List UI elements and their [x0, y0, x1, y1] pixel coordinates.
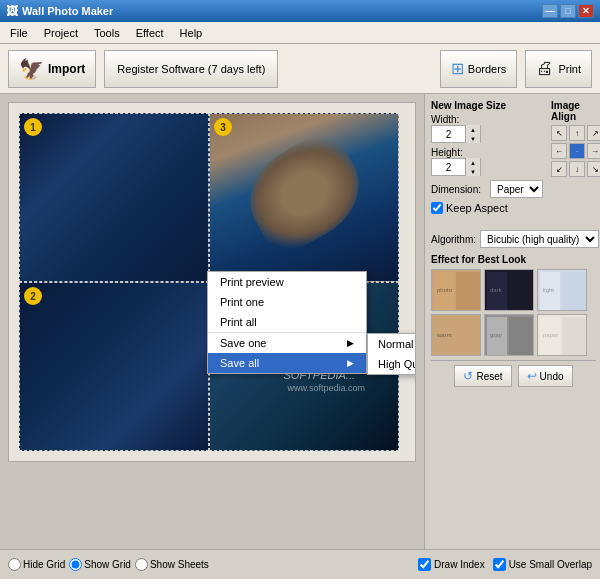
width-down-button[interactable]: ▼	[466, 134, 480, 143]
submenu-normal-quality-label: Normal Quality	[378, 338, 416, 350]
menu-project[interactable]: Project	[38, 25, 84, 41]
borders-button[interactable]: ⊞ Borders	[440, 50, 518, 88]
effect-thumb-2[interactable]: dark	[484, 269, 534, 311]
menu-file[interactable]: File	[4, 25, 34, 41]
import-label: Import	[48, 62, 85, 76]
algorithm-row: Algorithm: Bicubic (high quality) Biline…	[431, 230, 596, 248]
import-icon: 🦅	[19, 57, 44, 81]
effect-thumb-3[interactable]: light	[537, 269, 587, 311]
submenu-high-quality[interactable]: High Quality	[368, 354, 416, 374]
ctx-save-one[interactable]: Save one ▶	[208, 332, 366, 353]
dimension-select[interactable]: Paper cm inch	[490, 180, 543, 198]
height-down-button[interactable]: ▼	[466, 167, 480, 176]
undo-button[interactable]: ↩ Undo	[518, 365, 573, 387]
algorithm-label: Algorithm:	[431, 234, 476, 245]
svg-text:dark: dark	[490, 287, 503, 293]
reset-button[interactable]: ↺ Reset	[454, 365, 511, 387]
menu-effect[interactable]: Effect	[130, 25, 170, 41]
keep-aspect-label: Keep Aspect	[446, 202, 508, 214]
effect-thumb-6[interactable]: paper	[537, 314, 587, 356]
bottom-bar: Hide Grid Show Grid Show Sheets Draw Ind…	[0, 549, 600, 579]
photo-cell-1[interactable]: 1	[19, 113, 209, 282]
align-tr[interactable]: ↗	[587, 125, 600, 141]
menu-tools[interactable]: Tools	[88, 25, 126, 41]
svg-text:paper: paper	[543, 332, 558, 338]
effect-thumb-5[interactable]: gray	[484, 314, 534, 356]
height-up-button[interactable]: ▲	[466, 158, 480, 167]
borders-label: Borders	[468, 63, 507, 75]
print-button[interactable]: 🖨 Print	[525, 50, 592, 88]
reset-label: Reset	[476, 371, 502, 382]
canvas-background[interactable]: 1 3 2 4 SOFTPEDIA... www.softpedia.com	[8, 102, 416, 462]
reset-icon: ↺	[463, 369, 473, 383]
panel-divider	[431, 360, 596, 361]
import-button[interactable]: 🦅 Import	[8, 50, 96, 88]
menu-help[interactable]: Help	[174, 25, 209, 41]
align-br[interactable]: ↘	[587, 161, 600, 177]
maximize-button[interactable]: □	[560, 4, 576, 18]
effect-thumb-4[interactable]: warm	[431, 314, 481, 356]
svg-rect-17	[509, 317, 533, 355]
effect-thumb-1[interactable]: photo	[431, 269, 481, 311]
width-spin-buttons: ▲ ▼	[465, 125, 480, 143]
radio-hide-grid[interactable]: Hide Grid	[8, 558, 65, 571]
align-tc[interactable]: ↑	[569, 125, 585, 141]
minimize-button[interactable]: —	[542, 4, 558, 18]
width-up-button[interactable]: ▲	[466, 125, 480, 134]
align-mr[interactable]: →	[587, 143, 600, 159]
radio-show-sheets[interactable]: Show Sheets	[135, 558, 209, 571]
ctx-print-one[interactable]: Print one	[208, 292, 366, 312]
svg-rect-6	[509, 272, 533, 310]
photo-num-2: 2	[24, 287, 42, 305]
undo-label: Undo	[540, 371, 564, 382]
svg-rect-2	[456, 272, 480, 310]
menu-bar: File Project Tools Effect Help	[0, 22, 600, 44]
submenu-high-quality-label: High Quality	[378, 358, 416, 370]
ctx-print-one-label: Print one	[220, 296, 264, 308]
height-spin-buttons: ▲ ▼	[465, 158, 480, 176]
ctx-save-all-arrow: ▶	[347, 358, 354, 368]
svg-text:photo: photo	[437, 287, 453, 293]
draw-index-check[interactable]: Draw Index	[418, 558, 485, 571]
keep-aspect-checkbox[interactable]	[431, 202, 443, 214]
effects-label: Effect for Best Look	[431, 254, 596, 265]
ctx-save-all[interactable]: Save all ▶	[208, 353, 366, 373]
window-controls: — □ ✕	[542, 4, 594, 18]
grid-radio-group: Hide Grid Show Grid Show Sheets	[8, 558, 209, 571]
watermark2: www.softpedia.com	[287, 383, 365, 393]
register-button[interactable]: Register Software (7 days left)	[104, 50, 278, 88]
align-bl[interactable]: ↙	[551, 161, 567, 177]
height-spinner[interactable]: 2 ▲ ▼	[431, 158, 481, 176]
svg-rect-10	[562, 272, 586, 310]
print-label: Print	[558, 63, 581, 75]
window-title: Wall Photo Maker	[22, 5, 113, 17]
title-bar: 🖼 Wall Photo Maker — □ ✕	[0, 0, 600, 22]
bottom-checkboxes: Draw Index Use Small Overlap	[418, 558, 592, 571]
align-grid: ↖ ↑ ↗ ← · → ↙ ↓ ↘	[551, 125, 600, 177]
align-tl[interactable]: ↖	[551, 125, 567, 141]
photo-cell-3[interactable]: 3	[209, 113, 399, 282]
context-menu: Print preview Print one Print all Save o…	[207, 271, 367, 374]
align-mc[interactable]: ·	[569, 143, 585, 159]
width-spinner[interactable]: 2 ▲ ▼	[431, 125, 481, 143]
undo-icon: ↩	[527, 369, 537, 383]
photo-cell-2[interactable]: 2	[19, 282, 209, 451]
ctx-print-preview[interactable]: Print preview	[208, 272, 366, 292]
height-label: Height:	[431, 147, 543, 158]
align-bc[interactable]: ↓	[569, 161, 585, 177]
align-ml[interactable]: ←	[551, 143, 567, 159]
image-size-section: New Image Size Width: 2 ▲ ▼ Height: 2	[431, 100, 543, 218]
width-label: Width:	[431, 114, 543, 125]
close-button[interactable]: ✕	[578, 4, 594, 18]
ctx-print-all[interactable]: Print all	[208, 312, 366, 332]
submenu-normal-quality[interactable]: Normal Quality	[368, 334, 416, 354]
panel-actions: ↺ Reset ↩ Undo	[431, 365, 596, 387]
small-overlap-check[interactable]: Use Small Overlap	[493, 558, 592, 571]
svg-text:warm: warm	[436, 332, 452, 338]
ctx-save-one-arrow: ▶	[347, 338, 354, 348]
ctx-print-all-label: Print all	[220, 316, 257, 328]
island-shape	[232, 125, 376, 261]
radio-show-grid[interactable]: Show Grid	[69, 558, 131, 571]
algorithm-select[interactable]: Bicubic (high quality) Bilinear Nearest …	[480, 230, 599, 248]
svg-text:light: light	[543, 287, 554, 293]
